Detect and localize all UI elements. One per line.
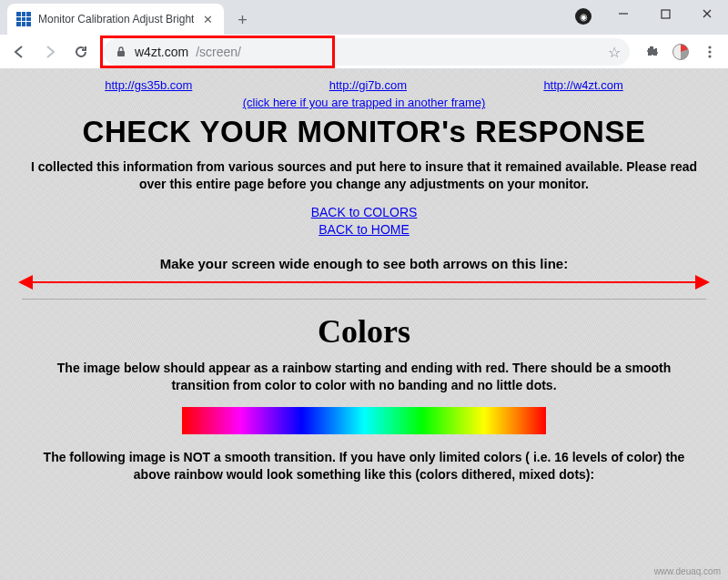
top-link-w4zt[interactable]: http://w4zt.com bbox=[543, 78, 622, 92]
close-icon bbox=[702, 8, 713, 19]
intro-paragraph: I collected this information from variou… bbox=[27, 158, 701, 193]
browser-titlebar: Monitor Calibration Adjust Bright ✕ + ◉ bbox=[0, 0, 728, 35]
colors-heading: Colors bbox=[13, 312, 715, 351]
profile-incognito-icon[interactable]: ◉ bbox=[575, 8, 592, 25]
bookmark-star-icon[interactable]: ☆ bbox=[608, 44, 621, 61]
widen-instruction: Make your screen wide enough to see both… bbox=[13, 256, 715, 271]
frame-escape-link[interactable]: (click here if you are trapped in anothe… bbox=[243, 96, 486, 109]
reload-button[interactable] bbox=[67, 38, 95, 66]
close-window-button[interactable] bbox=[686, 0, 728, 27]
dithered-paragraph: The following image is NOT a smooth tran… bbox=[27, 449, 701, 483]
menu-button[interactable] bbox=[697, 39, 723, 65]
pie-icon bbox=[672, 44, 689, 60]
width-arrow bbox=[18, 275, 710, 290]
back-to-home-link[interactable]: BACK to HOME bbox=[318, 222, 410, 237]
back-to-colors-link[interactable]: BACK to COLORS bbox=[311, 205, 418, 219]
top-link-gs35b[interactable]: http://gs35b.com bbox=[105, 78, 192, 92]
page-viewport: http://gs35b.com http://gi7b.com http://… bbox=[0, 69, 728, 580]
minimize-button[interactable] bbox=[602, 0, 644, 27]
browser-tab[interactable]: Monitor Calibration Adjust Bright ✕ bbox=[7, 4, 224, 35]
maximize-button[interactable] bbox=[644, 0, 686, 27]
top-link-row: http://gs35b.com http://gi7b.com http://… bbox=[36, 78, 692, 92]
back-button[interactable] bbox=[5, 38, 33, 66]
arrow-shaft bbox=[31, 281, 697, 283]
forward-arrow-icon bbox=[42, 44, 58, 60]
back-links: BACK to COLORS BACK to HOME bbox=[13, 204, 715, 239]
tab-title: Monitor Calibration Adjust Bright bbox=[38, 13, 194, 25]
extensions-button[interactable] bbox=[639, 39, 664, 65]
window-controls bbox=[602, 0, 728, 27]
close-tab-icon[interactable]: ✕ bbox=[201, 13, 215, 26]
page-content: http://gs35b.com http://gi7b.com http://… bbox=[0, 69, 728, 514]
watermark-text: www.deuaq.com bbox=[654, 566, 721, 576]
rainbow-paragraph: The image below should appear as a rainb… bbox=[27, 360, 701, 394]
frame-escape-row: (click here if you are trapped in anothe… bbox=[13, 96, 715, 109]
lock-icon bbox=[115, 46, 127, 58]
section-divider bbox=[22, 299, 706, 300]
back-arrow-icon bbox=[11, 44, 27, 60]
puzzle-icon bbox=[644, 45, 659, 59]
svg-point-5 bbox=[708, 46, 711, 48]
new-tab-button[interactable]: + bbox=[229, 7, 255, 33]
page-title: CHECK YOUR MONITOR's RESPONSE bbox=[13, 115, 715, 149]
maximize-icon bbox=[661, 9, 671, 19]
arrow-right-head-icon bbox=[695, 275, 710, 290]
svg-point-7 bbox=[708, 55, 711, 57]
svg-rect-1 bbox=[662, 10, 670, 18]
favicon-icon bbox=[16, 12, 31, 26]
minimize-icon bbox=[618, 8, 629, 19]
address-bar[interactable]: w4zt.com/screen/ bbox=[104, 38, 630, 66]
address-bar-container: w4zt.com/screen/ ☆ bbox=[104, 38, 630, 66]
top-link-gi7b[interactable]: http://gi7b.com bbox=[329, 78, 407, 92]
svg-rect-4 bbox=[117, 51, 125, 56]
browser-toolbar: w4zt.com/screen/ ☆ bbox=[0, 35, 728, 69]
reload-icon bbox=[73, 44, 89, 60]
svg-point-6 bbox=[708, 50, 711, 53]
rainbow-gradient-image bbox=[182, 407, 546, 434]
extension-pie-icon[interactable] bbox=[668, 39, 693, 65]
menu-dots-icon bbox=[703, 45, 717, 59]
url-path: /screen/ bbox=[196, 45, 241, 59]
forward-button[interactable] bbox=[36, 38, 64, 66]
url-host: w4zt.com bbox=[135, 45, 188, 59]
